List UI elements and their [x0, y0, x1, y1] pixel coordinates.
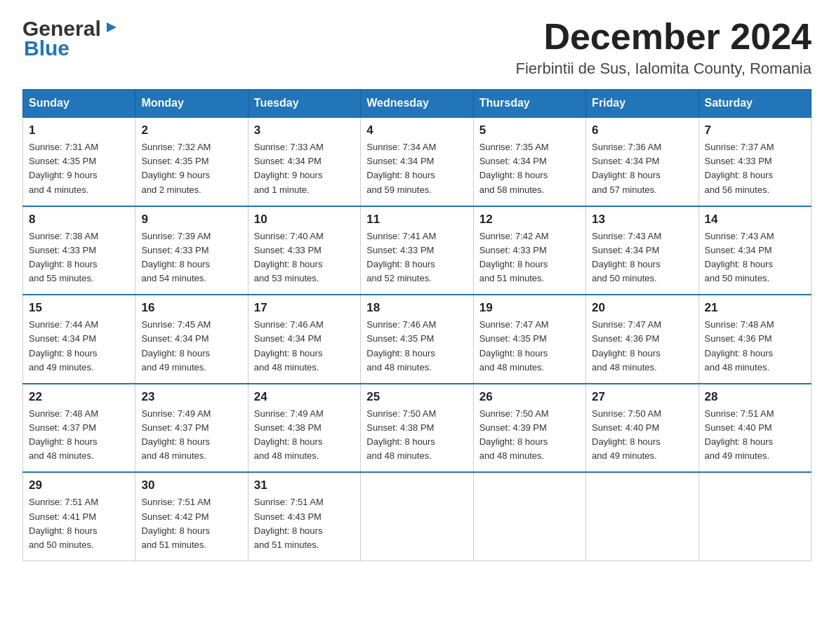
day-info: Sunrise: 7:37 AMSunset: 4:33 PMDaylight:… [705, 142, 774, 194]
day-info: Sunrise: 7:49 AMSunset: 4:37 PMDaylight:… [141, 408, 211, 461]
calendar-table: SundayMondayTuesdayWednesdayThursdayFrid… [22, 89, 812, 561]
day-info: Sunrise: 7:50 AMSunset: 4:38 PMDaylight:… [366, 408, 436, 461]
day-info: Sunrise: 7:42 AMSunset: 4:33 PMDaylight:… [479, 231, 549, 283]
calendar-week-row: 22 Sunrise: 7:48 AMSunset: 4:37 PMDaylig… [23, 384, 812, 473]
calendar-day-header: Monday [135, 90, 248, 118]
calendar-cell: 29 Sunrise: 7:51 AMSunset: 4:41 PMDaylig… [23, 472, 135, 561]
day-info: Sunrise: 7:48 AMSunset: 4:36 PMDaylight:… [705, 319, 774, 372]
day-number: 14 [705, 213, 805, 227]
calendar-cell: 24 Sunrise: 7:49 AMSunset: 4:38 PMDaylig… [248, 384, 360, 473]
calendar-week-row: 8 Sunrise: 7:38 AMSunset: 4:33 PMDayligh… [23, 206, 812, 295]
day-number: 5 [479, 123, 580, 137]
calendar-cell: 25 Sunrise: 7:50 AMSunset: 4:38 PMDaylig… [361, 384, 473, 473]
calendar-cell: 8 Sunrise: 7:38 AMSunset: 4:33 PMDayligh… [23, 206, 135, 295]
calendar-cell: 19 Sunrise: 7:47 AMSunset: 4:35 PMDaylig… [473, 295, 585, 384]
day-info: Sunrise: 7:41 AMSunset: 4:33 PMDaylight:… [366, 231, 436, 283]
calendar-week-row: 15 Sunrise: 7:44 AMSunset: 4:34 PMDaylig… [23, 295, 812, 384]
day-number: 24 [254, 390, 355, 404]
calendar-week-row: 1 Sunrise: 7:31 AMSunset: 4:35 PMDayligh… [23, 117, 812, 206]
day-info: Sunrise: 7:36 AMSunset: 4:34 PMDaylight:… [592, 142, 661, 194]
day-info: Sunrise: 7:50 AMSunset: 4:40 PMDaylight:… [592, 408, 661, 461]
calendar-header-row: SundayMondayTuesdayWednesdayThursdayFrid… [23, 90, 812, 118]
title-block: December 2024 Fierbintii de Sus, Ialomit… [516, 17, 812, 78]
calendar-cell: 10 Sunrise: 7:40 AMSunset: 4:33 PMDaylig… [248, 206, 360, 295]
calendar-cell: 7 Sunrise: 7:37 AMSunset: 4:33 PMDayligh… [699, 117, 811, 206]
calendar-cell: 5 Sunrise: 7:35 AMSunset: 4:34 PMDayligh… [473, 117, 585, 206]
day-number: 16 [141, 301, 241, 315]
day-number: 7 [705, 123, 805, 137]
day-number: 29 [29, 478, 129, 492]
logo-blue-text: Blue [22, 36, 70, 60]
calendar-cell: 11 Sunrise: 7:41 AMSunset: 4:33 PMDaylig… [361, 206, 473, 295]
day-number: 30 [141, 478, 241, 492]
day-info: Sunrise: 7:43 AMSunset: 4:34 PMDaylight:… [592, 231, 661, 283]
calendar-cell: 27 Sunrise: 7:50 AMSunset: 4:40 PMDaylig… [586, 384, 699, 473]
calendar-day-header: Tuesday [248, 90, 360, 118]
calendar-cell: 6 Sunrise: 7:36 AMSunset: 4:34 PMDayligh… [586, 117, 699, 206]
day-number: 22 [29, 390, 129, 404]
calendar-cell [586, 472, 699, 561]
calendar-cell: 13 Sunrise: 7:43 AMSunset: 4:34 PMDaylig… [586, 206, 699, 295]
calendar-cell [699, 472, 811, 561]
logo: General Blue [22, 17, 119, 60]
calendar-cell: 14 Sunrise: 7:43 AMSunset: 4:34 PMDaylig… [699, 206, 811, 295]
day-number: 13 [592, 213, 692, 227]
day-info: Sunrise: 7:46 AMSunset: 4:34 PMDaylight:… [254, 319, 324, 372]
day-info: Sunrise: 7:51 AMSunset: 4:40 PMDaylight:… [705, 408, 774, 461]
calendar-cell: 3 Sunrise: 7:33 AMSunset: 4:34 PMDayligh… [248, 117, 360, 206]
day-number: 6 [592, 123, 692, 137]
calendar-cell: 4 Sunrise: 7:34 AMSunset: 4:34 PMDayligh… [361, 117, 473, 206]
day-info: Sunrise: 7:45 AMSunset: 4:34 PMDaylight:… [141, 319, 211, 372]
day-info: Sunrise: 7:51 AMSunset: 4:43 PMDaylight:… [254, 497, 324, 549]
day-info: Sunrise: 7:31 AMSunset: 4:35 PMDaylight:… [29, 142, 98, 194]
calendar-cell: 31 Sunrise: 7:51 AMSunset: 4:43 PMDaylig… [248, 472, 360, 561]
calendar-cell: 21 Sunrise: 7:48 AMSunset: 4:36 PMDaylig… [699, 295, 811, 384]
day-number: 18 [366, 301, 467, 315]
day-number: 25 [366, 390, 467, 404]
logo-arrow-icon [104, 20, 119, 38]
day-number: 2 [141, 123, 241, 137]
calendar-cell: 20 Sunrise: 7:47 AMSunset: 4:36 PMDaylig… [586, 295, 699, 384]
calendar-cell: 18 Sunrise: 7:46 AMSunset: 4:35 PMDaylig… [361, 295, 473, 384]
day-info: Sunrise: 7:46 AMSunset: 4:35 PMDaylight:… [366, 319, 436, 372]
day-number: 1 [29, 123, 129, 137]
calendar-day-header: Saturday [699, 90, 811, 118]
day-info: Sunrise: 7:51 AMSunset: 4:42 PMDaylight:… [141, 497, 211, 549]
page-header: General Blue December 2024 Fierbintii de… [22, 17, 812, 78]
day-info: Sunrise: 7:35 AMSunset: 4:34 PMDaylight:… [479, 142, 549, 194]
calendar-day-header: Sunday [23, 90, 135, 118]
calendar-cell: 1 Sunrise: 7:31 AMSunset: 4:35 PMDayligh… [23, 117, 135, 206]
calendar-cell [473, 472, 585, 561]
day-info: Sunrise: 7:32 AMSunset: 4:35 PMDaylight:… [141, 142, 211, 194]
day-info: Sunrise: 7:33 AMSunset: 4:34 PMDaylight:… [254, 142, 324, 194]
day-info: Sunrise: 7:40 AMSunset: 4:33 PMDaylight:… [254, 231, 324, 283]
calendar-cell: 26 Sunrise: 7:50 AMSunset: 4:39 PMDaylig… [473, 384, 585, 473]
day-number: 27 [592, 390, 692, 404]
day-number: 19 [479, 301, 580, 315]
day-info: Sunrise: 7:48 AMSunset: 4:37 PMDaylight:… [29, 408, 98, 461]
calendar-day-header: Friday [586, 90, 699, 118]
calendar-cell: 16 Sunrise: 7:45 AMSunset: 4:34 PMDaylig… [135, 295, 248, 384]
page-title: December 2024 [516, 17, 812, 57]
day-info: Sunrise: 7:39 AMSunset: 4:33 PMDaylight:… [141, 231, 211, 283]
calendar-cell: 17 Sunrise: 7:46 AMSunset: 4:34 PMDaylig… [248, 295, 360, 384]
calendar-day-header: Thursday [473, 90, 585, 118]
day-number: 10 [254, 213, 355, 227]
day-info: Sunrise: 7:43 AMSunset: 4:34 PMDaylight:… [705, 231, 774, 283]
day-info: Sunrise: 7:50 AMSunset: 4:39 PMDaylight:… [479, 408, 549, 461]
calendar-cell [361, 472, 473, 561]
day-number: 23 [141, 390, 241, 404]
calendar-cell: 15 Sunrise: 7:44 AMSunset: 4:34 PMDaylig… [23, 295, 135, 384]
day-number: 15 [29, 301, 129, 315]
day-number: 31 [254, 478, 355, 492]
day-number: 20 [592, 301, 692, 315]
calendar-cell: 30 Sunrise: 7:51 AMSunset: 4:42 PMDaylig… [135, 472, 248, 561]
page-subtitle: Fierbintii de Sus, Ialomita County, Roma… [516, 60, 812, 78]
calendar-cell: 2 Sunrise: 7:32 AMSunset: 4:35 PMDayligh… [135, 117, 248, 206]
day-number: 26 [479, 390, 580, 404]
day-number: 9 [141, 213, 241, 227]
calendar-cell: 12 Sunrise: 7:42 AMSunset: 4:33 PMDaylig… [473, 206, 585, 295]
day-number: 17 [254, 301, 355, 315]
day-info: Sunrise: 7:51 AMSunset: 4:41 PMDaylight:… [29, 497, 98, 549]
calendar-cell: 9 Sunrise: 7:39 AMSunset: 4:33 PMDayligh… [135, 206, 248, 295]
